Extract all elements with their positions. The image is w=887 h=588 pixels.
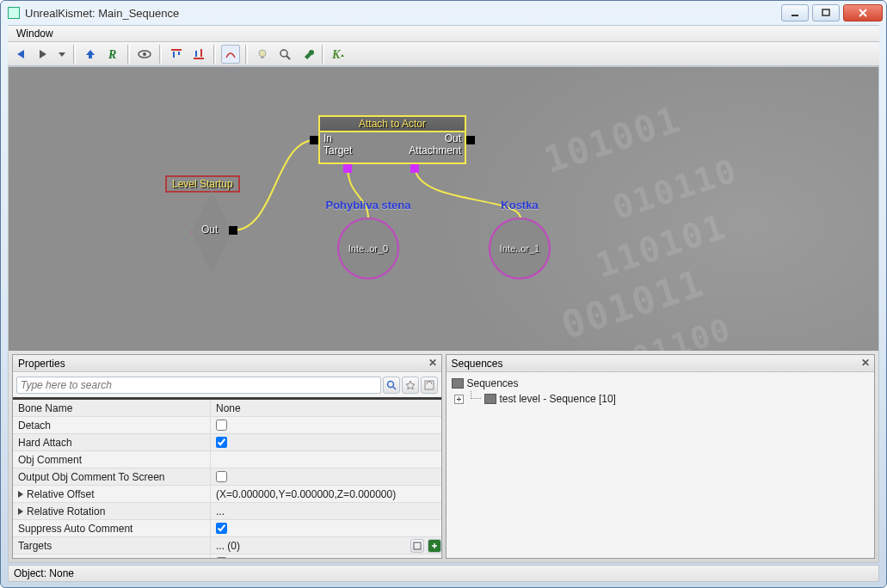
property-list[interactable]: Bone NameNone Detach Hard Attach Obj Com… (13, 400, 441, 558)
prop-name (13, 554, 211, 558)
var2-content: Inte..or_1 (500, 243, 539, 254)
tree-child-label: test level - Sequence [10] (500, 393, 616, 405)
var-node-2[interactable]: Kostka Inte..or_1 (489, 217, 551, 279)
svg-rect-1 (822, 9, 829, 15)
action-in-port[interactable] (310, 136, 318, 144)
window-title: UnrealKismet: Main_Sequence (25, 7, 778, 20)
var1-content: Inte..or_0 (348, 243, 388, 254)
property-search-row (13, 372, 441, 400)
search-icon[interactable] (383, 377, 400, 394)
bulb-icon[interactable] (253, 45, 272, 64)
use-selected-icon[interactable] (410, 539, 424, 553)
menu-window[interactable]: Window (11, 28, 59, 40)
svg-rect-8 (173, 52, 175, 58)
svg-text:R: R (108, 48, 116, 61)
prop-name: Output Obj Comment To Screen (13, 469, 211, 485)
svg-point-6 (143, 52, 146, 56)
close-button[interactable] (843, 4, 883, 21)
prop-name: Detach (13, 417, 211, 433)
graph-canvas[interactable]: 101001 010110 110101 001011 101100 Level… (9, 67, 878, 351)
options-icon[interactable] (421, 377, 438, 394)
up-icon[interactable] (81, 45, 100, 64)
maximize-button[interactable] (812, 4, 840, 21)
prop-checkbox[interactable] (216, 557, 227, 558)
action-out-label: Out (445, 132, 461, 144)
expand-icon[interactable]: + (454, 395, 464, 404)
back-icon[interactable] (11, 45, 30, 64)
prop-name: Suppress Auto Comment (13, 520, 211, 536)
svg-line-19 (393, 387, 396, 389)
prop-checkbox[interactable] (216, 523, 227, 534)
prop-name: Relative Rotation (27, 505, 105, 518)
var1-title: Pohybliva stena (308, 199, 428, 211)
prop-checkbox[interactable] (216, 420, 227, 431)
zoom-icon[interactable] (275, 45, 294, 64)
titlebar[interactable]: UnrealKismet: Main_Sequence (1, 1, 886, 25)
action-title: Attach to Actor (320, 117, 465, 132)
event-title: Level Startup (165, 175, 240, 193)
prop-value[interactable]: (X=0.000000,Y=0.000000,Z=0.000000) (211, 488, 441, 500)
folder-icon (452, 378, 464, 389)
align-bottom-icon[interactable] (189, 45, 208, 64)
tree-row-child[interactable]: + test level - Sequence [10] (452, 391, 870, 407)
expand-icon[interactable] (18, 491, 23, 498)
history-dropdown-icon[interactable] (56, 45, 68, 64)
wrench-icon[interactable] (298, 45, 317, 64)
favorite-icon[interactable] (402, 377, 419, 394)
root-icon[interactable]: R (103, 45, 122, 64)
event-out-port[interactable] (229, 226, 237, 235)
workarea: 101001 010110 110101 001011 101100 Level… (8, 66, 879, 563)
action-node[interactable]: Attach to Actor In Out Target Attachment (318, 115, 466, 164)
expand-icon[interactable] (18, 508, 23, 515)
svg-rect-11 (200, 49, 202, 57)
curve-toggle-icon[interactable] (221, 45, 240, 64)
lower-panels: Properties ✕ Bone NameNone Detach Hard A… (9, 351, 878, 562)
prop-checkbox[interactable] (216, 471, 227, 482)
prop-value[interactable]: ... (0) (216, 540, 407, 552)
svg-rect-9 (178, 52, 180, 55)
sequence-tree[interactable]: Sequences + test level - Sequence [10] (447, 372, 875, 558)
folder-icon (484, 394, 496, 404)
svg-point-18 (387, 382, 393, 388)
svg-line-16 (286, 56, 290, 59)
prop-value[interactable]: None (211, 402, 441, 414)
tree-row-root[interactable]: Sequences (452, 376, 870, 391)
minimize-button[interactable] (781, 4, 809, 21)
add-icon[interactable] (428, 539, 441, 553)
status-text: Object: None (14, 567, 74, 579)
action-attachment-vport[interactable] (410, 164, 419, 173)
prop-name: Targets (13, 537, 211, 554)
sequences-title: Sequences (452, 358, 503, 370)
property-search-input[interactable] (16, 377, 381, 394)
svg-point-15 (280, 50, 287, 57)
properties-header[interactable]: Properties ✕ (13, 355, 441, 372)
prop-name: Hard Attach (13, 434, 211, 450)
event-title-text: Level Startup (172, 178, 233, 190)
tree-root-label: Sequences (467, 377, 519, 389)
align-top-icon[interactable] (167, 45, 186, 64)
svg-text:K: K (331, 48, 342, 61)
svg-rect-14 (261, 57, 264, 58)
kismet-icon[interactable]: K (330, 45, 348, 64)
sequences-panel: Sequences ✕ Sequences + test level - Seq… (446, 354, 876, 559)
var-node-1[interactable]: Pohybliva stena Inte..or_0 (337, 217, 399, 279)
prop-checkbox[interactable] (216, 437, 227, 448)
prop-name: Relative Offset (27, 488, 94, 500)
forward-icon[interactable] (34, 45, 52, 64)
close-icon[interactable]: ✕ (426, 357, 440, 371)
sequences-header[interactable]: Sequences ✕ (447, 355, 875, 372)
event-out-label: Out (201, 224, 218, 236)
properties-panel: Properties ✕ Bone NameNone Detach Hard A… (12, 354, 442, 559)
action-out-port[interactable] (466, 136, 475, 144)
status-bar: Object: None (8, 565, 879, 582)
close-icon[interactable]: ✕ (859, 357, 872, 371)
var2-title: Kostka (459, 199, 580, 211)
app-window: UnrealKismet: Main_Sequence Window R (0, 0, 887, 588)
prop-value[interactable]: ... (211, 505, 441, 518)
action-attachment-label: Attachment (409, 144, 461, 156)
svg-rect-21 (414, 542, 421, 549)
app-icon (8, 7, 20, 19)
svg-point-13 (259, 50, 266, 57)
action-target-vport[interactable] (343, 164, 352, 173)
eye-icon[interactable] (135, 45, 154, 64)
